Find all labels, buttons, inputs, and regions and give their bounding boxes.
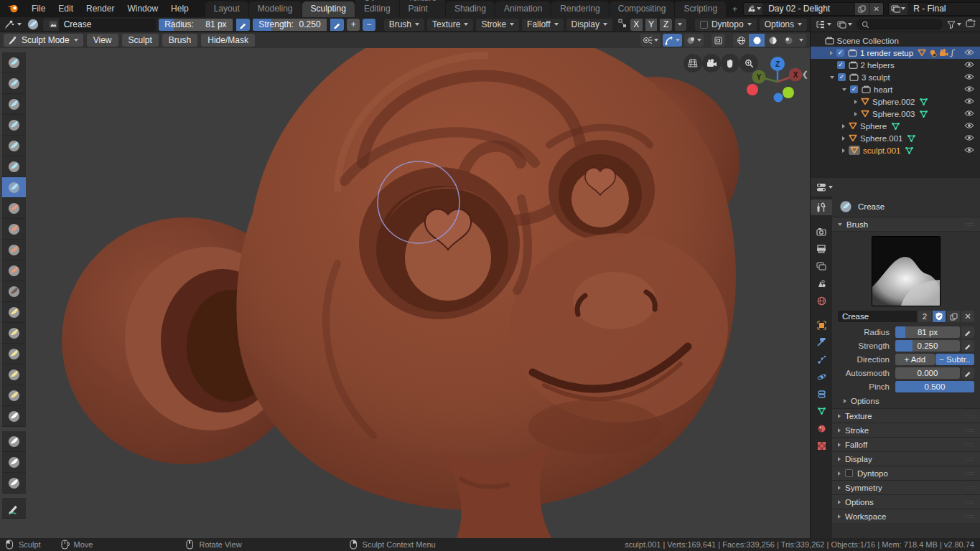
mirror-x-toggle[interactable]: X (630, 19, 643, 31)
hide-in-viewport-eye-icon[interactable] (964, 49, 974, 57)
properties-tab-world[interactable] (811, 293, 832, 309)
tool-inflate[interactable] (2, 136, 26, 156)
workspace-tab-rendering[interactable]: Rendering (551, 1, 608, 17)
brush-options-subpanel[interactable]: Options (832, 394, 980, 408)
panel-texture[interactable]: Texture:::: (832, 408, 980, 423)
autosmooth-slider[interactable]: 0.000 (895, 367, 960, 379)
hide-in-viewport-eye-icon[interactable] (964, 98, 974, 106)
tool-grab[interactable] (2, 302, 26, 323)
shading-rendered-button[interactable] (780, 34, 796, 47)
collection-checkbox[interactable]: ✓ (836, 49, 844, 57)
direction-add-button[interactable]: + (347, 19, 360, 31)
show-overlays-toggle[interactable] (640, 34, 661, 47)
menu-falloff[interactable]: Falloff (522, 19, 563, 31)
scene-delete-button[interactable]: ✕ (869, 3, 883, 15)
outliner-row-sphere-003[interactable]: Sphere.003 (811, 108, 980, 120)
panel-drag-handle[interactable]: :::: (965, 499, 974, 505)
tool-fill[interactable] (2, 240, 26, 260)
properties-tab-texture[interactable] (811, 438, 832, 453)
properties-tab-object[interactable] (811, 317, 832, 333)
menu-file[interactable]: File (25, 0, 52, 17)
properties-tab-scene[interactable] (811, 276, 832, 291)
tool-mask[interactable] (2, 431, 26, 452)
tool-blob[interactable] (2, 156, 26, 177)
disclosure-icon[interactable] (830, 76, 834, 79)
hide-in-viewport-eye-icon[interactable] (964, 73, 974, 82)
tool-thumb[interactable] (2, 364, 26, 385)
xray-toggle[interactable] (684, 34, 704, 47)
radius-slider[interactable]: 81 px (895, 326, 960, 338)
mirror-z-toggle[interactable]: Z (660, 19, 672, 31)
strength-pressure-toggle[interactable] (961, 340, 974, 352)
tool-flatten[interactable] (2, 219, 26, 240)
dyntopo-checkbox[interactable] (700, 21, 708, 29)
workspace-tab-compositing[interactable]: Compositing (610, 1, 675, 17)
unlink-brush-button[interactable]: ✕ (961, 311, 974, 322)
workspace-tab-shading[interactable]: Shading (446, 1, 495, 17)
outliner-display-mode-icon[interactable] (836, 21, 854, 29)
tool-clay-strips[interactable] (2, 94, 26, 115)
properties-tab-output[interactable] (811, 241, 832, 257)
brush-users-count[interactable]: 2 (918, 311, 931, 322)
scene-new-button[interactable] (854, 3, 869, 15)
workspace-tab-layout[interactable]: Layout (205, 1, 248, 17)
outliner-row-sphere-001[interactable]: Sphere.001 (811, 132, 980, 144)
shading-solid-button[interactable] (749, 34, 765, 47)
panel-symmetry[interactable]: Symmetry:::: (832, 480, 980, 494)
brush-name-field[interactable]: Crease (43, 19, 157, 31)
properties-tab-render[interactable] (811, 224, 832, 240)
panel-workspace[interactable]: Workspace:::: (832, 509, 980, 523)
hide-in-viewport-eye-icon[interactable] (964, 61, 974, 70)
shading-material-button[interactable] (765, 34, 780, 47)
panel-display[interactable]: Display:::: (832, 451, 980, 466)
menu-display[interactable]: Display (566, 19, 612, 31)
tool-snake-hook[interactable] (2, 344, 26, 364)
region-toggle-arrow[interactable]: ❮ (802, 70, 808, 79)
workspace-tab-texture-paint[interactable]: Texture Paint (400, 0, 445, 17)
view-layer-icon[interactable] (889, 3, 907, 15)
shading-dropdown[interactable] (796, 34, 806, 47)
outliner-item-label[interactable]: Sphere.001 (860, 134, 902, 143)
properties-tab-tool[interactable] (811, 199, 832, 215)
workspace-tab-sculpting[interactable]: Sculpting (302, 1, 355, 17)
dyntopo-panel-checkbox[interactable] (845, 469, 853, 477)
properties-tab-material[interactable] (811, 420, 832, 436)
tool-smooth[interactable] (2, 198, 26, 219)
menu-view[interactable]: View (87, 34, 118, 47)
menu-texture[interactable]: Texture (427, 19, 473, 31)
brush-preview-image[interactable] (872, 236, 941, 306)
properties-tab-constraints[interactable] (811, 386, 832, 402)
panel-options[interactable]: Options:::: (832, 494, 980, 509)
brush-panel-header[interactable]: Brush :::: (832, 217, 980, 232)
outliner-row-2-helpers[interactable]: ✓2 helpers (811, 59, 980, 71)
panel-drag-handle[interactable]: :::: (965, 484, 974, 491)
panel-drag-handle[interactable]: :::: (965, 427, 974, 433)
panel-drag-handle[interactable]: :::: (965, 456, 974, 462)
tool-draw[interactable] (2, 52, 26, 73)
outliner-item-label[interactable]: 2 helpers (861, 61, 895, 70)
tool-clay[interactable] (2, 73, 26, 94)
disclosure-icon[interactable] (854, 100, 857, 104)
strength-slider[interactable]: Strength: 0.250 (253, 19, 326, 31)
outliner-editor-icon[interactable] (814, 20, 833, 29)
disclosure-icon[interactable] (830, 51, 833, 55)
properties-tab-view-layer[interactable] (811, 258, 832, 274)
workspace-tab-modeling[interactable]: Modeling (249, 1, 302, 17)
disclosure-icon[interactable] (842, 149, 845, 153)
menu-sculpt[interactable]: Sculpt (122, 34, 159, 47)
mode-selector[interactable]: Sculpt Mode (4, 34, 83, 47)
scene-icon[interactable] (744, 3, 762, 15)
menu-help[interactable]: Help (164, 0, 195, 17)
panel-drag-handle[interactable]: :::: (965, 470, 974, 476)
tool-scrape[interactable] (2, 260, 26, 281)
workspace-tab-scripting[interactable]: Scripting (675, 1, 726, 17)
outliner-filter-icon[interactable] (946, 21, 963, 29)
outliner-row-sphere[interactable]: Sphere (811, 120, 980, 132)
hide-in-viewport-eye-icon[interactable] (964, 146, 974, 155)
panel-drag-handle[interactable]: :::: (965, 441, 974, 448)
disclosure-icon[interactable] (854, 112, 857, 116)
editor-type-icon[interactable] (3, 19, 23, 29)
copy-brush-button[interactable] (947, 311, 960, 322)
pan-view-icon[interactable] (721, 54, 739, 72)
hide-in-viewport-eye-icon[interactable] (964, 110, 974, 118)
